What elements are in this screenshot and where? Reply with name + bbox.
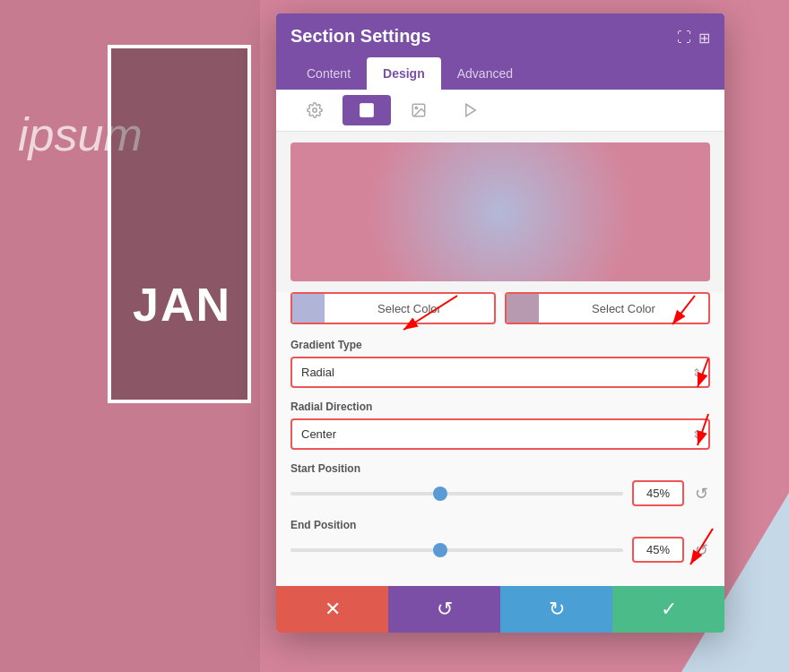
start-position-field: Start Position ↺ [290, 462, 710, 506]
confirm-icon: ✓ [661, 598, 677, 621]
modal-body: Select Color Select Color Gradient Type … [276, 292, 724, 586]
confirm-button[interactable]: ✓ [612, 586, 724, 633]
end-position-reset[interactable]: ↺ [693, 540, 710, 560]
end-position-track[interactable] [290, 548, 623, 552]
gradient-type-wrapper: Radial Linear Conic [290, 357, 710, 388]
redo-icon: ↻ [549, 598, 565, 621]
redo-button[interactable]: ↻ [500, 586, 612, 633]
svg-rect-1 [360, 104, 374, 117]
undo-button[interactable]: ↺ [388, 586, 500, 633]
left-panel: ipsum JAN [0, 0, 260, 672]
sub-tab-video[interactable] [447, 95, 495, 125]
color-selector-row: Select Color Select Color [290, 292, 710, 324]
undo-icon: ↺ [437, 598, 453, 621]
color-swatch-1 [292, 294, 325, 323]
modal-header-icons: ⛶ ⊞ [677, 26, 710, 47]
tab-design[interactable]: Design [367, 57, 441, 90]
start-position-label: Start Position [290, 462, 710, 475]
end-position-field: End Position ↺ [290, 519, 710, 563]
jan-text: JAN [133, 278, 231, 332]
panel-inner-image [108, 45, 251, 403]
tab-bar: Content Design Advanced [276, 57, 724, 90]
end-position-thumb[interactable] [433, 543, 447, 557]
start-position-track[interactable] [290, 492, 623, 495]
gradient-type-select[interactable]: Radial Linear Conic [290, 357, 710, 388]
svg-point-0 [313, 108, 317, 113]
tab-advanced[interactable]: Advanced [441, 57, 529, 90]
color-label-2: Select Color [539, 302, 708, 315]
svg-point-3 [415, 107, 417, 108]
end-position-value[interactable] [632, 537, 684, 563]
modal-title: Section Settings [290, 26, 431, 57]
end-position-label: End Position [290, 519, 710, 531]
sub-tab-bar [276, 90, 724, 132]
radial-direction-select[interactable]: Center Top Left Top Center Top Right [290, 418, 710, 450]
color-selector-2[interactable]: Select Color [505, 292, 710, 324]
sub-tab-background[interactable] [342, 95, 391, 125]
section-settings-modal: Section Settings ⛶ ⊞ Content Design Adva… [276, 13, 724, 633]
sub-tab-image[interactable] [394, 95, 443, 125]
action-bar: ✕ ↺ ↻ ✓ [276, 586, 724, 633]
gradient-type-field: Gradient Type Radial Linear Conic [290, 339, 710, 388]
start-position-value[interactable] [632, 480, 684, 506]
cancel-icon: ✕ [325, 598, 341, 621]
tab-content[interactable]: Content [290, 57, 367, 90]
radial-direction-field: Radial Direction Center Top Left Top Cen… [290, 401, 710, 450]
color-label-1: Select Color [325, 302, 494, 315]
gradient-preview [290, 142, 710, 281]
color-swatch-2 [507, 294, 539, 323]
expand-icon[interactable]: ⛶ [677, 30, 691, 47]
color-selector-1[interactable]: Select Color [290, 292, 496, 324]
modal-header: Section Settings ⛶ ⊞ [276, 13, 724, 57]
gradient-type-label: Gradient Type [290, 339, 710, 351]
end-position-row: ↺ [290, 537, 710, 563]
start-position-row: ↺ [290, 480, 710, 506]
svg-marker-4 [466, 104, 476, 116]
sub-tab-settings[interactable] [290, 95, 339, 125]
start-position-reset[interactable]: ↺ [693, 484, 710, 504]
radial-direction-wrapper: Center Top Left Top Center Top Right [290, 418, 710, 450]
cancel-button[interactable]: ✕ [276, 586, 388, 633]
radial-direction-label: Radial Direction [290, 401, 710, 413]
grid-icon[interactable]: ⊞ [698, 30, 710, 47]
start-position-thumb[interactable] [433, 487, 447, 501]
